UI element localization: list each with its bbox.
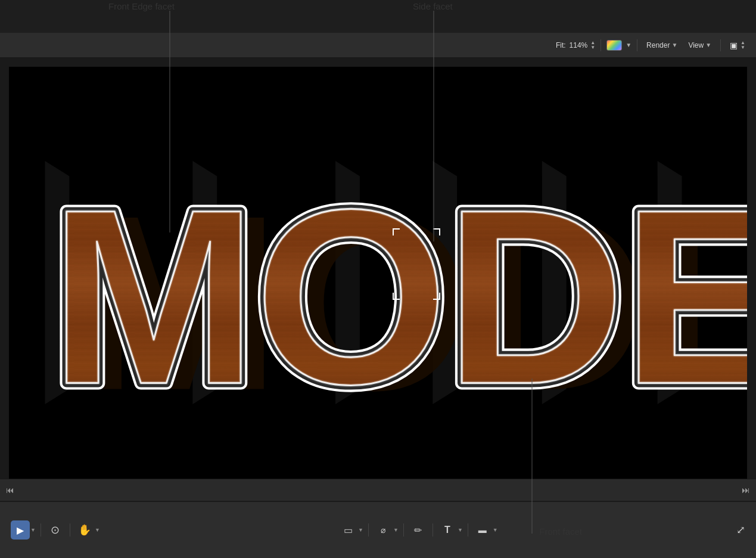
frame-tool-button[interactable]: ▬ xyxy=(473,520,492,540)
frame-tool-group: ▬ ▼ xyxy=(473,520,498,540)
orbit-icon: ⊙ xyxy=(51,523,60,537)
frame-dropdown-chevron[interactable]: ▼ xyxy=(493,527,498,533)
toolbar-divider-3 xyxy=(720,39,721,51)
top-toolbar: Fit: 114% ▲ ▼ ▼ Render ▼ View ▼ ▣ ▲ ▼ xyxy=(0,33,756,58)
annotations-area: Front Edge facet Side facet xyxy=(0,0,756,36)
tool-sep-3 xyxy=(368,523,369,537)
view-button[interactable]: View ▼ xyxy=(685,39,715,51)
text-tool-group: T ▼ xyxy=(438,520,463,540)
svg-text:MODERN: MODERN xyxy=(50,157,747,436)
pan-tool-button[interactable]: ✋ xyxy=(75,520,94,540)
canvas-area: MODERN MODERN MODERN MODERN MODERN MODER… xyxy=(0,58,756,501)
render-chevron-icon: ▼ xyxy=(671,42,677,48)
color-chevron-icon[interactable]: ▼ xyxy=(626,42,631,48)
fit-label: Fit: xyxy=(556,41,566,49)
layout-icon: ▣ xyxy=(730,41,738,50)
render-label: Render xyxy=(646,41,670,49)
arrow-tool-button[interactable]: ▶ xyxy=(11,520,30,540)
fit-value: 114% xyxy=(570,41,588,49)
shape-dropdown-chevron[interactable]: ▼ xyxy=(358,527,363,533)
bezier-icon: ⌀ xyxy=(381,525,385,535)
right-tool-group: ▭ ▼ ⌀ ▼ ✏ T ▼ ▬ xyxy=(338,520,498,540)
tool-sep-2 xyxy=(70,523,70,537)
render-button[interactable]: Render ▼ xyxy=(643,39,681,51)
bezier-tool-button[interactable]: ⌀ xyxy=(374,520,393,540)
fit-control[interactable]: Fit: 114% ▲ ▼ xyxy=(556,41,595,50)
pan-icon: ✋ xyxy=(78,523,91,537)
tool-sep-6 xyxy=(468,523,468,537)
shape-tool-group: ▭ ▼ xyxy=(338,520,363,540)
view-label: View xyxy=(688,41,704,49)
arrow-dropdown-chevron[interactable]: ▼ xyxy=(30,527,36,533)
left-tool-group: ▶ ▼ ⊙ ✋ ▼ xyxy=(11,520,100,540)
text-dropdown-chevron[interactable]: ▼ xyxy=(458,527,463,533)
text-icon: T xyxy=(444,525,450,535)
layout-stepper[interactable]: ▲ ▼ xyxy=(741,41,745,50)
timeline-bar: ⏮ ⏭ xyxy=(0,479,756,501)
shape-tool-button[interactable]: ▭ xyxy=(338,520,357,540)
front-edge-facet-label: Front Edge facet xyxy=(108,1,175,11)
modern-3d-svg: MODERN MODERN MODERN MODERN MODERN MODER… xyxy=(9,67,747,492)
timeline-end-icon[interactable]: ⏭ xyxy=(742,485,750,495)
expand-button[interactable]: ⤢ xyxy=(736,523,745,537)
text-tool-button[interactable]: T xyxy=(438,520,457,540)
arrow-tool-group: ▶ ▼ xyxy=(11,520,36,540)
side-facet-label: Side facet xyxy=(413,1,453,11)
tool-sep-5 xyxy=(433,523,433,537)
frame-icon: ▬ xyxy=(478,525,487,535)
toolbar-divider-2 xyxy=(637,39,637,51)
timeline-start-icon[interactable]: ⏮ xyxy=(6,485,14,495)
tool-sep-4 xyxy=(403,523,404,537)
view-chevron-icon: ▼ xyxy=(705,42,711,48)
bezier-tool-group: ⌀ ▼ xyxy=(374,520,399,540)
bezier-dropdown-chevron[interactable]: ▼ xyxy=(393,527,399,533)
orbit-tool-button[interactable]: ⊙ xyxy=(46,520,65,540)
tool-sep-1 xyxy=(41,523,41,537)
layout-button[interactable]: ▣ ▲ ▼ xyxy=(726,39,749,52)
canvas-inner[interactable]: MODERN MODERN MODERN MODERN MODERN MODER… xyxy=(9,67,747,492)
pan-dropdown-chevron[interactable]: ▼ xyxy=(95,527,100,533)
shape-icon: ▭ xyxy=(344,525,353,536)
pan-tool-group: ✋ ▼ xyxy=(75,520,100,540)
bottom-toolbar: ▶ ▼ ⊙ ✋ ▼ ▭ ▼ xyxy=(0,501,756,558)
text-3d-container: MODERN MODERN MODERN MODERN MODERN MODER… xyxy=(9,67,747,492)
arrow-icon: ▶ xyxy=(17,525,24,536)
pen-icon: ✏ xyxy=(414,525,422,536)
toolbar-divider-1 xyxy=(601,39,601,51)
color-swatch-button[interactable] xyxy=(606,40,622,51)
fit-stepper[interactable]: ▲ ▼ xyxy=(590,41,595,50)
pen-tool-button[interactable]: ✏ xyxy=(409,520,428,540)
